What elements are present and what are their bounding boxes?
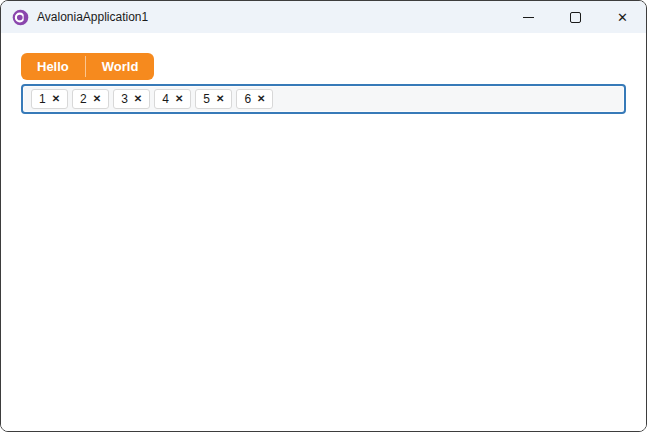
close-icon: ✕ <box>617 11 628 24</box>
close-button[interactable]: ✕ <box>599 1 646 33</box>
avalonia-logo-icon <box>12 9 29 26</box>
tag-chip-1: 1 ✕ <box>31 89 68 109</box>
tag-remove-icon[interactable]: ✕ <box>216 94 224 104</box>
window-controls: ✕ <box>505 1 646 33</box>
titlebar[interactable]: AvaloniaApplication1 ✕ <box>1 1 646 33</box>
tag-chip-3: 3 ✕ <box>113 89 150 109</box>
tag-remove-icon[interactable]: ✕ <box>257 94 265 104</box>
tab-hello[interactable]: Hello <box>21 53 85 80</box>
tab-strip: Hello World <box>21 53 154 80</box>
window-title: AvaloniaApplication1 <box>37 10 148 24</box>
minimize-button[interactable] <box>505 1 552 33</box>
app-window: AvaloniaApplication1 ✕ Hello World 1 ✕ <box>0 0 647 432</box>
tag-label: 5 <box>203 93 210 105</box>
tag-chip-4: 4 ✕ <box>154 89 191 109</box>
tag-remove-icon[interactable]: ✕ <box>93 94 101 104</box>
minimize-icon <box>523 17 534 18</box>
tag-remove-icon[interactable]: ✕ <box>175 94 183 104</box>
tag-chip-6: 6 ✕ <box>236 89 273 109</box>
tagbox-input[interactable]: 1 ✕ 2 ✕ 3 ✕ 4 ✕ 5 ✕ 6 ✕ <box>21 84 626 114</box>
window-content: Hello World 1 ✕ 2 ✕ 3 ✕ 4 ✕ 5 ✕ <box>1 33 646 431</box>
tag-remove-icon[interactable]: ✕ <box>134 94 142 104</box>
tag-label: 2 <box>80 93 87 105</box>
maximize-button[interactable] <box>552 1 599 33</box>
tag-label: 6 <box>244 93 251 105</box>
tag-remove-icon[interactable]: ✕ <box>52 94 60 104</box>
maximize-icon <box>570 12 581 23</box>
tag-label: 4 <box>162 93 169 105</box>
tag-chip-5: 5 ✕ <box>195 89 232 109</box>
tag-chip-2: 2 ✕ <box>72 89 109 109</box>
tag-label: 3 <box>121 93 128 105</box>
tag-label: 1 <box>39 93 46 105</box>
tab-world[interactable]: World <box>86 53 155 80</box>
